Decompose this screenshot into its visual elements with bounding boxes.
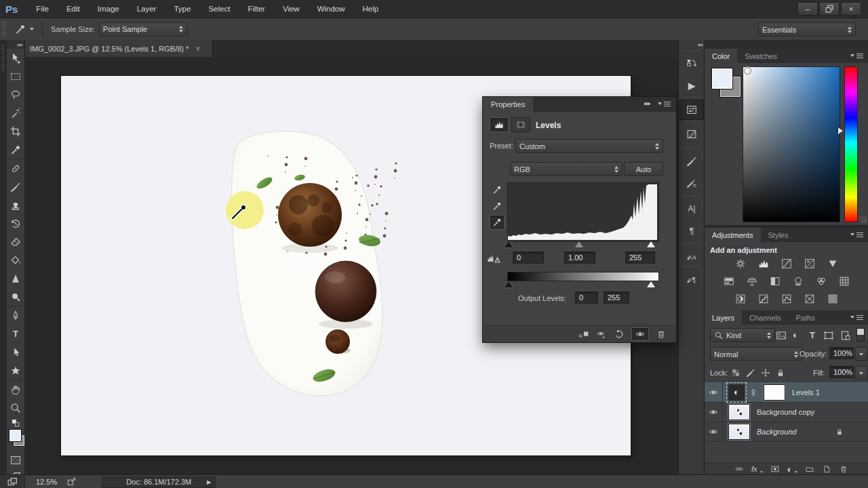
tab-paths[interactable]: Paths xyxy=(789,310,823,325)
character-panel-button[interactable]: A| xyxy=(679,199,704,219)
gradient-map-adjustment[interactable] xyxy=(802,293,818,305)
lock-all-icon[interactable] xyxy=(775,367,786,378)
filter-adjustment-layers-icon[interactable]: ◐ xyxy=(793,329,798,340)
panel-menu-icon[interactable] xyxy=(850,316,863,319)
tab-channels[interactable]: Channels xyxy=(742,310,788,325)
invert-adjustment[interactable] xyxy=(732,293,749,305)
foreground-color-swatch[interactable] xyxy=(711,68,733,89)
properties-tab[interactable]: Properties xyxy=(483,97,533,112)
adjustment-layer-thumbnail[interactable]: ◐ xyxy=(728,384,745,401)
fill-caret[interactable] xyxy=(855,366,867,380)
output-shadow-slider[interactable] xyxy=(505,281,513,287)
layer-thumbnail[interactable] xyxy=(728,404,750,420)
add-layer-mask-icon[interactable] xyxy=(770,464,780,474)
reset-adjustment-icon[interactable] xyxy=(614,329,625,340)
tab-adjustments[interactable]: Adjustments xyxy=(705,228,761,242)
menu-view[interactable]: View xyxy=(274,5,309,13)
curves-adjustment[interactable] xyxy=(778,258,795,270)
highlights-input-field[interactable]: 255 xyxy=(625,251,655,264)
lasso-tool[interactable] xyxy=(7,85,24,104)
photo-filter-adjustment[interactable] xyxy=(790,275,806,287)
opacity-field[interactable]: 100% xyxy=(829,347,854,359)
filter-toggle-switch[interactable] xyxy=(856,328,865,342)
history-brush-tool[interactable] xyxy=(7,214,24,232)
magic-wand-tool[interactable] xyxy=(7,104,24,122)
hand-tool[interactable] xyxy=(7,380,24,399)
posterize-adjustment[interactable] xyxy=(755,293,772,305)
threshold-adjustment[interactable] xyxy=(778,293,795,305)
midtones-input-slider[interactable] xyxy=(575,241,583,247)
dock-collapse-button[interactable]: ◀◀ xyxy=(679,40,705,49)
actions-panel-button[interactable]: ▶ xyxy=(679,75,704,96)
menu-layer[interactable]: Layer xyxy=(128,5,165,13)
move-tool[interactable] xyxy=(7,49,24,67)
levels-adjustment-icon-button[interactable] xyxy=(490,117,509,132)
selective-color-adjustment[interactable] xyxy=(825,293,841,305)
crop-tool[interactable] xyxy=(7,122,24,140)
channel-dropdown[interactable]: RGB xyxy=(510,162,623,176)
new-group-icon[interactable] xyxy=(805,464,814,474)
color-lookup-adjustment[interactable] xyxy=(836,275,852,287)
layer-name[interactable]: Background xyxy=(757,428,797,436)
output-highlight-field[interactable]: 255 xyxy=(604,291,629,304)
status-menu-arrow-icon[interactable]: ▶ xyxy=(207,479,211,485)
panel-menu-icon[interactable] xyxy=(850,54,863,57)
properties-panel-button[interactable] xyxy=(679,100,704,120)
share-icon[interactable] xyxy=(66,476,77,487)
close-button[interactable]: × xyxy=(841,2,861,16)
filter-shape-layers-icon[interactable] xyxy=(823,329,835,342)
quick-mask-button[interactable] xyxy=(7,452,24,468)
panel-menu-icon[interactable] xyxy=(658,102,671,105)
layer-visibility-toggle[interactable] xyxy=(705,422,723,441)
gradient-tool[interactable] xyxy=(7,251,24,269)
preset-dropdown[interactable]: Custom xyxy=(515,139,663,153)
color-picker-ring[interactable] xyxy=(744,67,751,75)
restore-button[interactable] xyxy=(819,2,840,16)
menu-type[interactable]: Type xyxy=(165,5,199,13)
screen-mode-corner-button[interactable] xyxy=(0,475,25,488)
color-balance-adjustment[interactable] xyxy=(744,275,760,287)
layer-row-background-copy[interactable]: Background copy xyxy=(705,402,868,422)
output-shadow-field[interactable]: 0 xyxy=(575,291,598,304)
layer-name[interactable]: Levels 1 xyxy=(792,388,820,396)
paragraph-styles-panel-button[interactable]: ¶ xyxy=(679,269,704,289)
menu-image[interactable]: Image xyxy=(89,5,128,13)
menu-edit[interactable]: Edit xyxy=(58,5,89,13)
black-point-sampler[interactable] xyxy=(490,182,505,197)
hue-slider-arrow[interactable] xyxy=(838,127,843,134)
blend-mode-dropdown[interactable]: Normal xyxy=(710,347,802,361)
paragraph-panel-button[interactable]: ¶ xyxy=(679,220,704,241)
collapse-panel-icon[interactable]: ▶▶ xyxy=(644,101,650,106)
fill-field[interactable]: 100% xyxy=(829,366,854,378)
pen-tool[interactable] xyxy=(7,306,24,325)
channel-mixer-adjustment[interactable] xyxy=(813,275,829,287)
tab-layers[interactable]: Layers xyxy=(705,310,742,325)
black-white-adjustment[interactable] xyxy=(767,275,783,287)
tab-styles[interactable]: Styles xyxy=(761,228,796,242)
menu-file[interactable]: File xyxy=(27,5,58,13)
layer-style-icon[interactable]: fx xyxy=(751,465,757,473)
sample-size-dropdown[interactable]: Point Sample xyxy=(99,22,187,37)
sharpen-tool[interactable] xyxy=(7,269,24,287)
layer-row-background[interactable]: Background xyxy=(705,422,868,442)
history-panel-button[interactable] xyxy=(679,54,704,74)
character-styles-panel-button[interactable]: A xyxy=(679,246,704,266)
marquee-tool[interactable] xyxy=(7,67,24,85)
vibrance-adjustment[interactable] xyxy=(825,258,841,270)
zoom-tool[interactable] xyxy=(7,399,24,417)
new-layer-icon[interactable] xyxy=(822,464,831,474)
healing-brush-tool[interactable] xyxy=(7,159,24,178)
delete-layer-icon[interactable] xyxy=(839,464,848,474)
minimize-button[interactable]: – xyxy=(797,2,818,16)
layer-visibility-toggle[interactable] xyxy=(705,402,723,422)
lock-pixels-icon[interactable] xyxy=(745,367,756,378)
layer-row-levels-1[interactable]: ◐ Levels 1 xyxy=(705,382,868,403)
filter-type-layers-icon[interactable]: T xyxy=(810,330,815,340)
lock-position-icon[interactable] xyxy=(760,367,771,378)
custom-shape-tool[interactable] xyxy=(7,361,24,380)
gray-point-sampler[interactable] xyxy=(490,199,505,214)
layer-thumbnail[interactable] xyxy=(728,424,750,440)
auto-button[interactable]: Auto xyxy=(624,162,663,176)
opacity-caret[interactable] xyxy=(855,347,867,361)
highlights-input-slider[interactable] xyxy=(647,241,655,247)
